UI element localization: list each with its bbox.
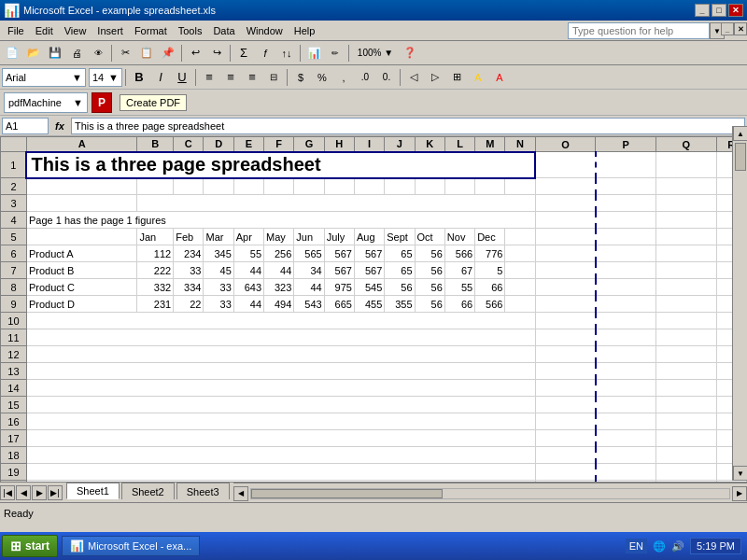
cell-B6[interactable]: 112 bbox=[137, 245, 174, 262]
cell-A5[interactable] bbox=[26, 229, 136, 245]
cell-F7[interactable]: 44 bbox=[264, 262, 294, 279]
cell-K8[interactable]: 56 bbox=[415, 279, 444, 296]
help-button[interactable]: ❓ bbox=[400, 43, 420, 63]
cell-J8[interactable]: 56 bbox=[385, 279, 415, 296]
cell-O9[interactable] bbox=[535, 296, 596, 313]
cell-N7[interactable] bbox=[505, 262, 535, 279]
cell-H2[interactable] bbox=[324, 178, 354, 195]
paste-button[interactable]: 📌 bbox=[158, 43, 178, 63]
cell-E6[interactable]: 55 bbox=[233, 245, 263, 262]
col-header-G[interactable]: G bbox=[294, 137, 324, 152]
print-button[interactable]: 🖨 bbox=[66, 43, 87, 63]
cell-I8[interactable]: 545 bbox=[354, 279, 384, 296]
col-header-K[interactable]: K bbox=[415, 137, 444, 152]
cell-A3[interactable] bbox=[26, 195, 136, 212]
cell-B7[interactable]: 222 bbox=[137, 262, 174, 279]
cell-Q5[interactable] bbox=[655, 229, 716, 245]
scroll-up-button[interactable]: ▲ bbox=[733, 126, 747, 141]
cell-L7[interactable]: 67 bbox=[444, 262, 474, 279]
cell-O4[interactable] bbox=[535, 212, 596, 229]
cell-M2[interactable] bbox=[475, 178, 505, 195]
increase-indent-button[interactable]: ▷ bbox=[425, 67, 445, 88]
font-size-dropdown[interactable]: 14 ▼ bbox=[89, 68, 122, 87]
next-sheet-button[interactable]: ▶ bbox=[32, 485, 47, 500]
cell-B2[interactable] bbox=[137, 178, 174, 195]
cell-H6[interactable]: 567 bbox=[324, 245, 354, 262]
col-header-I[interactable]: I bbox=[354, 137, 384, 152]
vertical-scrollbar[interactable]: ▲ ▼ bbox=[732, 126, 747, 481]
cell-L8[interactable]: 55 bbox=[444, 279, 474, 296]
cell-O8[interactable] bbox=[535, 279, 596, 296]
cell-C9[interactable]: 22 bbox=[174, 296, 204, 313]
cell-J2[interactable] bbox=[385, 178, 415, 195]
cell-A9[interactable]: Product D bbox=[26, 296, 136, 313]
cell-Q7[interactable] bbox=[655, 262, 716, 279]
cell-C6[interactable]: 234 bbox=[174, 245, 204, 262]
cell-L9[interactable]: 66 bbox=[444, 296, 474, 313]
col-header-M[interactable]: M bbox=[475, 137, 505, 152]
col-header-N[interactable]: N bbox=[505, 137, 535, 152]
close-button[interactable]: ✕ bbox=[728, 4, 743, 17]
cell-J7[interactable]: 65 bbox=[385, 262, 415, 279]
cell-A2[interactable] bbox=[26, 178, 136, 195]
cell-N2[interactable] bbox=[505, 178, 535, 195]
new-button[interactable]: 📄 bbox=[2, 43, 22, 63]
cell-G9[interactable]: 543 bbox=[294, 296, 324, 313]
menu-edit[interactable]: Edit bbox=[30, 22, 59, 39]
cell-H5[interactable]: July bbox=[324, 229, 354, 245]
cell-A6[interactable]: Product A bbox=[26, 245, 136, 262]
cell-G6[interactable]: 565 bbox=[294, 245, 324, 262]
cell-D2[interactable] bbox=[204, 178, 233, 195]
percent-button[interactable]: % bbox=[312, 67, 332, 88]
cell-Q2[interactable] bbox=[655, 178, 716, 195]
cell-C5[interactable]: Feb bbox=[174, 229, 204, 245]
sheet-tab-1[interactable]: Sheet1 bbox=[66, 483, 120, 499]
cell-C2[interactable] bbox=[174, 178, 204, 195]
cell-C7[interactable]: 33 bbox=[174, 262, 204, 279]
cell-P3[interactable] bbox=[596, 195, 656, 212]
zoom-dropdown[interactable]: 100% ▼ bbox=[352, 43, 399, 63]
font-name-dropdown[interactable]: Arial ▼ bbox=[2, 68, 86, 87]
cell-Q3[interactable] bbox=[655, 195, 716, 212]
sort-asc-button[interactable]: ↑↓ bbox=[276, 43, 297, 63]
start-button[interactable]: ⊞ start bbox=[2, 535, 58, 557]
cell-O7[interactable] bbox=[535, 262, 596, 279]
cell-K5[interactable]: Oct bbox=[415, 229, 444, 245]
cell-A7[interactable]: Product B bbox=[26, 262, 136, 279]
cell-E5[interactable]: Apr bbox=[233, 229, 263, 245]
cell-O3[interactable] bbox=[535, 195, 596, 212]
cell-Q6[interactable] bbox=[655, 245, 716, 262]
cell-A8[interactable]: Product C bbox=[26, 279, 136, 296]
cell-A1[interactable]: This is a three page spreadsheet bbox=[26, 152, 535, 178]
cell-M6[interactable]: 776 bbox=[475, 245, 505, 262]
pdfmachine-dropdown[interactable]: pdfMachine ▼ bbox=[4, 92, 88, 113]
cell-G7[interactable]: 34 bbox=[294, 262, 324, 279]
col-header-D[interactable]: D bbox=[204, 137, 233, 152]
cell-L5[interactable]: Nov bbox=[444, 229, 474, 245]
cell-P9[interactable] bbox=[596, 296, 656, 313]
col-header-A[interactable]: A bbox=[26, 137, 136, 152]
cell-O5[interactable] bbox=[535, 229, 596, 245]
cell-F5[interactable]: May bbox=[264, 229, 294, 245]
last-sheet-button[interactable]: ▶| bbox=[48, 485, 63, 500]
maximize-button[interactable]: □ bbox=[712, 4, 726, 17]
pdf-icon[interactable]: P bbox=[92, 92, 112, 113]
scroll-right-button[interactable]: ▶ bbox=[732, 486, 747, 501]
cell-M7[interactable]: 5 bbox=[475, 262, 505, 279]
cell-O6[interactable] bbox=[535, 245, 596, 262]
cell-G8[interactable]: 44 bbox=[294, 279, 324, 296]
scroll-down-button[interactable]: ▼ bbox=[733, 466, 747, 481]
currency-button[interactable]: $ bbox=[290, 67, 311, 88]
menu-tools[interactable]: Tools bbox=[173, 22, 208, 39]
cell-O2[interactable] bbox=[535, 178, 596, 195]
cell-G5[interactable]: Jun bbox=[294, 229, 324, 245]
cell-P2[interactable] bbox=[596, 178, 656, 195]
cell-B9[interactable]: 231 bbox=[137, 296, 174, 313]
save-button[interactable]: 💾 bbox=[45, 43, 65, 63]
question-input[interactable] bbox=[568, 22, 710, 39]
menu-file[interactable]: File bbox=[2, 22, 30, 39]
fill-color-button[interactable]: A bbox=[468, 67, 488, 88]
cell-N6[interactable] bbox=[505, 245, 535, 262]
cell-D8[interactable]: 33 bbox=[204, 279, 233, 296]
italic-button[interactable]: I bbox=[150, 67, 171, 88]
